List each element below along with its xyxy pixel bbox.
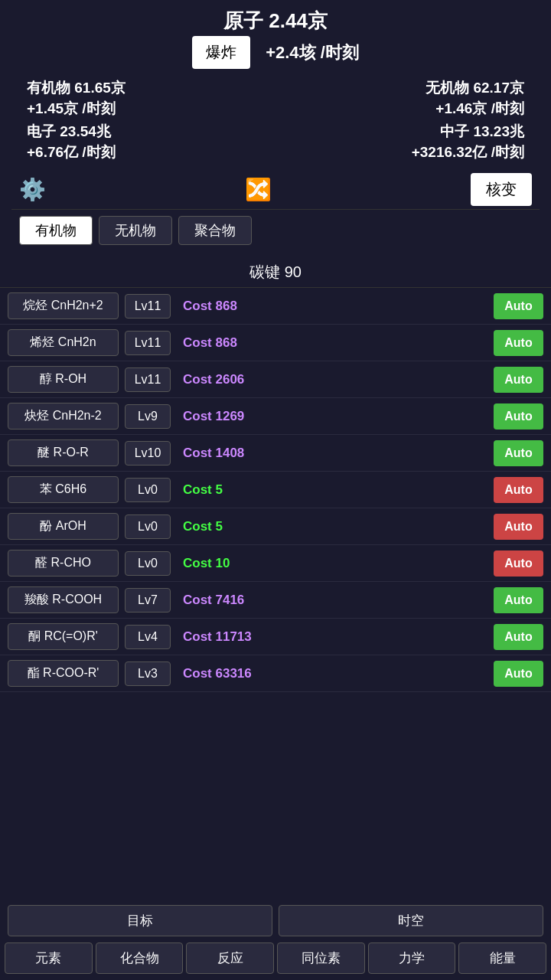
neutron-rate: +3216.32亿 /时刻 bbox=[279, 142, 524, 163]
tabs-row: 有机物 无机物 聚合物 bbox=[11, 210, 540, 251]
compound-name[interactable]: 羧酸 R-COOH bbox=[8, 586, 119, 613]
compound-name[interactable]: 醇 R-OH bbox=[8, 366, 119, 393]
level-badge: Lv0 bbox=[125, 551, 171, 576]
compound-name[interactable]: 酚 ArOH bbox=[8, 513, 119, 540]
cost-text: Cost 63316 bbox=[177, 666, 487, 681]
compound-row: 醚 R-O-R Lv10 Cost 1408 Auto bbox=[0, 435, 551, 472]
level-badge: Lv11 bbox=[125, 331, 171, 355]
compound-name[interactable]: 烯烃 CnH2n bbox=[8, 329, 119, 356]
stats-grid: 有机物 61.65京 +1.45京 /时刻 无机物 62.17京 +1.46京 … bbox=[11, 75, 540, 165]
gear-icon[interactable]: ⚙️ bbox=[19, 177, 46, 202]
nav-btn-目标[interactable]: 目标 bbox=[8, 905, 272, 936]
cost-text: Cost 1269 bbox=[177, 409, 487, 424]
level-badge: Lv7 bbox=[125, 588, 171, 612]
atom-display: 原子 2.44京 bbox=[11, 8, 540, 34]
inorganic-stat: 无机物 62.17京 +1.46京 /时刻 bbox=[279, 78, 524, 119]
tab-organic[interactable]: 有机物 bbox=[19, 216, 93, 245]
bottom-nav-row1: 目标时空 bbox=[0, 900, 551, 939]
explode-row: 爆炸 +2.4垓 /时刻 bbox=[11, 36, 540, 69]
compound-row: 醛 R-CHO Lv0 Cost 10 Auto bbox=[0, 545, 551, 582]
auto-button[interactable]: Auto bbox=[494, 477, 543, 503]
cost-text: Cost 868 bbox=[177, 335, 487, 351]
organic-label: 有机物 61.65京 bbox=[27, 78, 272, 99]
tab-polymer[interactable]: 聚合物 bbox=[178, 216, 252, 245]
explode-button[interactable]: 爆炸 bbox=[192, 36, 250, 69]
nuclear-button[interactable]: 核变 bbox=[471, 173, 532, 206]
compound-name[interactable]: 烷烃 CnH2n+2 bbox=[8, 292, 119, 319]
neutron-stat: 中子 13.23兆 +3216.32亿 /时刻 bbox=[279, 122, 524, 162]
top-section: 原子 2.44京 爆炸 +2.4垓 /时刻 有机物 61.65京 +1.45京 … bbox=[0, 0, 551, 257]
compound-name[interactable]: 醚 R-O-R bbox=[8, 439, 119, 466]
compound-row: 烷烃 CnH2n+2 Lv11 Cost 868 Auto bbox=[0, 288, 551, 325]
compound-row: 醇 R-OH Lv11 Cost 2606 Auto bbox=[0, 361, 551, 398]
level-badge: Lv4 bbox=[125, 625, 171, 649]
controls-row: ⚙️ 🔀 核变 bbox=[11, 170, 540, 210]
compound-name[interactable]: 酮 RC(=O)R' bbox=[8, 623, 119, 650]
cost-text: Cost 5 bbox=[177, 482, 487, 498]
level-badge: Lv0 bbox=[125, 514, 171, 539]
cost-text: Cost 868 bbox=[177, 299, 487, 314]
compound-name[interactable]: 酯 R-COO-R' bbox=[8, 660, 119, 687]
compound-row: 酚 ArOH Lv0 Cost 5 Auto bbox=[0, 508, 551, 545]
level-badge: Lv0 bbox=[125, 478, 171, 502]
cost-text: Cost 10 bbox=[177, 556, 487, 571]
level-badge: Lv3 bbox=[125, 662, 171, 686]
compound-row: 酮 RC(=O)R' Lv4 Cost 11713 Auto bbox=[0, 619, 551, 655]
electron-rate: +6.76亿 /时刻 bbox=[27, 142, 272, 163]
compound-row: 酯 R-COO-R' Lv3 Cost 63316 Auto bbox=[0, 655, 551, 692]
auto-button[interactable]: Auto bbox=[494, 403, 543, 430]
inorganic-rate: +1.46京 /时刻 bbox=[279, 99, 524, 119]
level-badge: Lv9 bbox=[125, 404, 171, 429]
level-badge: Lv10 bbox=[125, 441, 171, 466]
nav-btn-力学[interactable]: 力学 bbox=[368, 942, 456, 974]
cost-text: Cost 2606 bbox=[177, 372, 487, 387]
compound-row: 烯烃 CnH2n Lv11 Cost 868 Auto bbox=[0, 325, 551, 361]
organic-stat: 有机物 61.65京 +1.45京 /时刻 bbox=[27, 78, 272, 119]
cost-text: Cost 5 bbox=[177, 519, 487, 534]
nav-btn-时空[interactable]: 时空 bbox=[279, 905, 543, 936]
organic-rate: +1.45京 /时刻 bbox=[27, 99, 272, 119]
shuffle-icon[interactable]: 🔀 bbox=[245, 177, 272, 202]
bottom-nav: 目标时空 元素化合物反应同位素力学能量 bbox=[0, 900, 551, 980]
level-badge: Lv11 bbox=[125, 368, 171, 392]
nav-btn-元素[interactable]: 元素 bbox=[5, 942, 93, 974]
carbon-value: 碳键 90 bbox=[249, 263, 302, 280]
compound-name[interactable]: 醛 R-CHO bbox=[8, 550, 119, 577]
auto-button[interactable]: Auto bbox=[494, 440, 543, 466]
cost-text: Cost 11713 bbox=[177, 629, 487, 645]
carbon-header: 碳键 90 bbox=[0, 257, 551, 288]
cost-text: Cost 1408 bbox=[177, 446, 487, 461]
compound-name[interactable]: 炔烃 CnH2n-2 bbox=[8, 403, 119, 430]
auto-button[interactable]: Auto bbox=[494, 330, 543, 356]
inorganic-label: 无机物 62.17京 bbox=[279, 78, 524, 99]
bottom-nav-row2: 元素化合物反应同位素力学能量 bbox=[0, 939, 551, 980]
nav-btn-反应[interactable]: 反应 bbox=[186, 942, 274, 974]
auto-button[interactable]: Auto bbox=[494, 367, 543, 393]
atom-value: 原子 2.44京 bbox=[223, 9, 328, 32]
nav-btn-化合物[interactable]: 化合物 bbox=[96, 942, 184, 974]
compound-row: 炔烃 CnH2n-2 Lv9 Cost 1269 Auto bbox=[0, 398, 551, 435]
auto-button[interactable]: Auto bbox=[494, 624, 543, 650]
auto-button[interactable]: Auto bbox=[494, 514, 543, 540]
nav-btn-能量[interactable]: 能量 bbox=[458, 942, 546, 974]
atom-rate: +2.4垓 /时刻 bbox=[266, 41, 359, 64]
auto-button[interactable]: Auto bbox=[494, 293, 543, 319]
compound-name[interactable]: 苯 C6H6 bbox=[8, 476, 119, 503]
compounds-list: 烷烃 CnH2n+2 Lv11 Cost 868 Auto 烯烃 CnH2n L… bbox=[0, 288, 551, 870]
auto-button[interactable]: Auto bbox=[494, 550, 543, 577]
nav-btn-同位素[interactable]: 同位素 bbox=[277, 942, 365, 974]
electron-stat: 电子 23.54兆 +6.76亿 /时刻 bbox=[27, 122, 272, 162]
auto-button[interactable]: Auto bbox=[494, 661, 543, 687]
auto-button[interactable]: Auto bbox=[494, 587, 543, 613]
level-badge: Lv11 bbox=[125, 294, 171, 318]
cost-text: Cost 7416 bbox=[177, 593, 487, 608]
neutron-label: 中子 13.23兆 bbox=[279, 122, 524, 142]
tab-inorganic[interactable]: 无机物 bbox=[99, 216, 172, 245]
compound-row: 苯 C6H6 Lv0 Cost 5 Auto bbox=[0, 472, 551, 508]
compound-row: 羧酸 R-COOH Lv7 Cost 7416 Auto bbox=[0, 582, 551, 619]
electron-label: 电子 23.54兆 bbox=[27, 122, 272, 142]
